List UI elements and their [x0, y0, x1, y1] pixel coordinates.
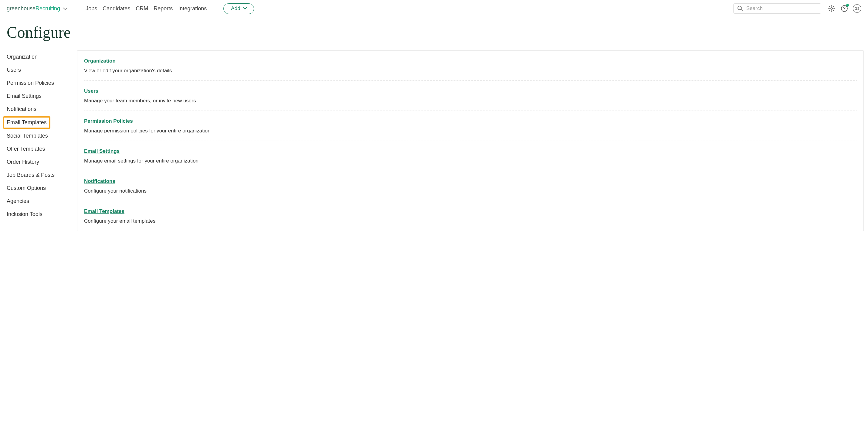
- nav-candidates[interactable]: Candidates: [102, 5, 130, 12]
- search-input[interactable]: [746, 5, 817, 11]
- section-notifications: Notifications Configure your notificatio…: [84, 171, 857, 201]
- nav-crm[interactable]: CRM: [136, 5, 148, 12]
- search-box[interactable]: [733, 3, 821, 14]
- sidebar-item-email-settings[interactable]: Email Settings: [7, 90, 76, 103]
- section-email-settings: Email Settings Manage email settings for…: [84, 141, 857, 171]
- logo-text-greenhouse: greenhouse: [7, 5, 35, 12]
- logo-text-recruiting: Recruiting: [35, 5, 60, 12]
- sidebar-item-organization[interactable]: Organization: [7, 50, 76, 63]
- topbar: greenhouse Recruiting Jobs Candidates CR…: [0, 0, 868, 17]
- logo[interactable]: greenhouse Recruiting: [7, 5, 67, 12]
- chevron-down-icon[interactable]: [63, 7, 67, 10]
- sidebar-item-users[interactable]: Users: [7, 63, 76, 77]
- nav-reports[interactable]: Reports: [154, 5, 173, 12]
- notification-dot: [846, 4, 849, 7]
- add-button-label: Add: [231, 5, 240, 11]
- top-icons: GS: [827, 4, 861, 13]
- section-link-email-settings[interactable]: Email Settings: [84, 148, 120, 154]
- search-icon: [737, 5, 743, 11]
- section-link-organization[interactable]: Organization: [84, 58, 116, 64]
- chevron-down-icon: [243, 7, 247, 10]
- help-icon[interactable]: [840, 4, 848, 13]
- sidebar-item-inclusion-tools[interactable]: Inclusion Tools: [7, 208, 76, 221]
- settings-icon[interactable]: [827, 4, 836, 13]
- svg-line-1: [741, 9, 743, 11]
- sidebar-item-job-boards-posts[interactable]: Job Boards & Posts: [7, 169, 76, 181]
- section-desc: View or edit your organization's details: [84, 68, 857, 74]
- section-desc: Manage email settings for your entire or…: [84, 158, 857, 164]
- section-permission-policies: Permission Policies Manage permission po…: [84, 111, 857, 141]
- section-link-users[interactable]: Users: [84, 88, 98, 94]
- sidebar-item-permission-policies[interactable]: Permission Policies: [7, 77, 76, 90]
- sidebar-item-email-templates[interactable]: Email Templates: [3, 116, 51, 129]
- content-area: Organization Users Permission Policies E…: [0, 50, 868, 231]
- nav-jobs[interactable]: Jobs: [86, 5, 97, 12]
- add-button[interactable]: Add: [223, 3, 254, 14]
- section-link-notifications[interactable]: Notifications: [84, 178, 115, 184]
- primary-nav: Jobs Candidates CRM Reports Integrations: [86, 5, 207, 12]
- sidebar: Organization Users Permission Policies E…: [0, 50, 76, 231]
- svg-point-4: [844, 10, 845, 10]
- sidebar-item-agencies[interactable]: Agencies: [7, 195, 76, 208]
- section-desc: Configure your notifications: [84, 188, 857, 194]
- sidebar-item-social-templates[interactable]: Social Templates: [7, 130, 76, 142]
- avatar-initials: GS: [855, 7, 860, 10]
- section-users: Users Manage your team members, or invit…: [84, 81, 857, 111]
- main-panel: Organization View or edit your organizat…: [77, 50, 864, 231]
- nav-integrations[interactable]: Integrations: [178, 5, 207, 12]
- page-title: Configure: [0, 17, 868, 50]
- avatar[interactable]: GS: [853, 4, 861, 13]
- svg-point-2: [831, 8, 833, 9]
- sidebar-item-custom-options[interactable]: Custom Options: [7, 181, 76, 195]
- section-link-email-templates[interactable]: Email Templates: [84, 208, 124, 214]
- section-email-templates: Email Templates Configure your email tem…: [84, 201, 857, 231]
- sidebar-item-order-history[interactable]: Order History: [7, 156, 76, 169]
- section-organization: Organization View or edit your organizat…: [84, 51, 857, 81]
- section-desc: Configure your email templates: [84, 218, 857, 224]
- sidebar-item-offer-templates[interactable]: Offer Templates: [7, 142, 76, 156]
- svg-point-0: [738, 6, 741, 10]
- sidebar-item-notifications[interactable]: Notifications: [7, 103, 76, 116]
- section-desc: Manage permission policies for your enti…: [84, 128, 857, 134]
- section-desc: Manage your team members, or invite new …: [84, 98, 857, 104]
- section-link-permission-policies[interactable]: Permission Policies: [84, 118, 133, 124]
